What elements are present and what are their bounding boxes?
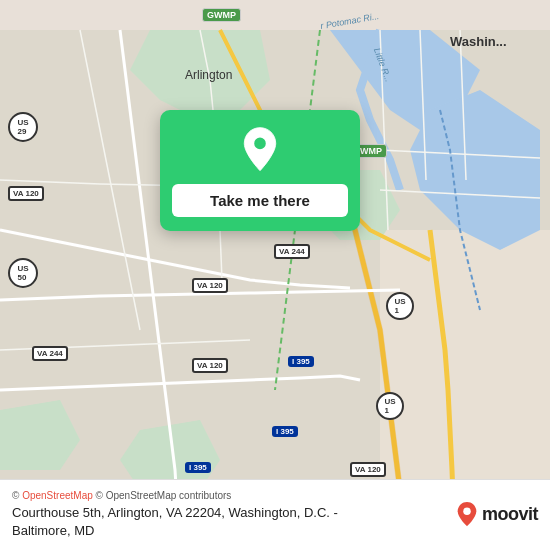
moovit-pin-icon [455,501,479,529]
bottom-bar: © OpenStreetMap © OpenStreetMap contribu… [0,479,550,550]
moovit-text: moovit [482,504,538,525]
bottom-left-info: © OpenStreetMap © OpenStreetMap contribu… [12,490,392,540]
svg-point-10 [463,507,470,514]
svg-point-9 [253,137,266,150]
moovit-logo: moovit [455,501,538,529]
map-container: Washin... Arlington r Potomac Ri... Litt… [0,0,550,550]
location-label: Courthouse 5th, Arlington, VA 22204, Was… [12,504,392,540]
map-pin-icon [236,126,284,174]
location-card: Take me there [160,110,360,231]
take-me-there-button[interactable]: Take me there [172,184,348,217]
osm-attribution: © OpenStreetMap © OpenStreetMap contribu… [12,490,392,501]
